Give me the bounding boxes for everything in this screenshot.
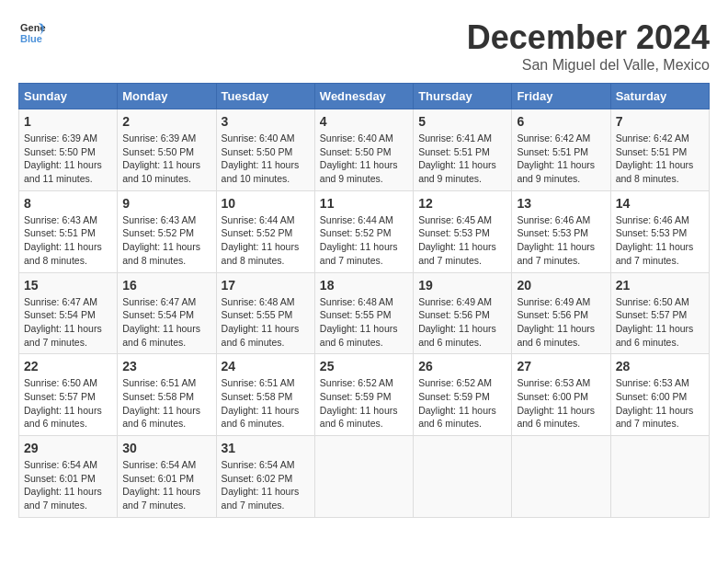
day-info: Sunrise: 6:54 AM Sunset: 6:01 PM Dayligh… [122,458,210,512]
calendar-cell: 4Sunrise: 6:40 AM Sunset: 5:50 PM Daylig… [314,109,413,191]
day-number: 30 [122,441,210,455]
calendar-cell: 26Sunrise: 6:52 AM Sunset: 5:59 PM Dayli… [414,354,512,436]
day-info: Sunrise: 6:43 AM Sunset: 5:52 PM Dayligh… [122,213,210,268]
calendar-cell: 20Sunrise: 6:49 AM Sunset: 5:56 PM Dayli… [512,272,610,354]
day-number: 1 [24,114,112,129]
calendar-cell: 12Sunrise: 6:45 AM Sunset: 5:53 PM Dayli… [414,190,512,272]
calendar-cell: 7Sunrise: 6:42 AM Sunset: 5:51 PM Daylig… [610,109,709,191]
day-number: 5 [418,114,506,129]
day-number: 15 [24,278,112,293]
day-info: Sunrise: 6:40 AM Sunset: 5:50 PM Dayligh… [222,132,310,186]
day-number: 2 [122,114,210,129]
calendar-cell: 9Sunrise: 6:43 AM Sunset: 5:52 PM Daylig… [118,190,216,272]
calendar-cell: 15Sunrise: 6:47 AM Sunset: 5:54 PM Dayli… [19,272,118,354]
calendar-cell: 30Sunrise: 6:54 AM Sunset: 6:01 PM Dayli… [118,436,216,518]
day-header: Friday [512,84,610,109]
day-number: 14 [616,196,704,211]
calendar-cell: 8Sunrise: 6:43 AM Sunset: 5:51 PM Daylig… [19,190,118,272]
day-number: 7 [616,114,704,129]
location-title: San Miguel del Valle, Mexico [467,57,710,74]
day-info: Sunrise: 6:52 AM Sunset: 5:59 PM Dayligh… [418,376,506,431]
day-number: 29 [24,441,112,455]
day-info: Sunrise: 6:50 AM Sunset: 5:57 PM Dayligh… [616,295,704,350]
calendar-cell: 1Sunrise: 6:39 AM Sunset: 5:50 PM Daylig… [19,109,118,191]
calendar-cell: 10Sunrise: 6:44 AM Sunset: 5:52 PM Dayli… [216,190,314,272]
calendar-table: SundayMondayTuesdayWednesdayThursdayFrid… [18,83,710,518]
day-number: 21 [616,278,704,293]
calendar-cell: 2Sunrise: 6:39 AM Sunset: 5:50 PM Daylig… [118,109,216,191]
title-area: December 2024 San Miguel del Valle, Mexi… [467,18,710,74]
day-number: 25 [320,359,408,373]
calendar-cell: 18Sunrise: 6:48 AM Sunset: 5:55 PM Dayli… [314,272,413,354]
day-number: 4 [320,114,408,129]
day-number: 26 [418,359,506,373]
calendar-cell: 31Sunrise: 6:54 AM Sunset: 6:02 PM Dayli… [216,436,314,518]
day-number: 22 [24,359,112,373]
day-number: 24 [222,359,310,373]
day-info: Sunrise: 6:51 AM Sunset: 5:58 PM Dayligh… [222,376,310,431]
calendar-cell: 28Sunrise: 6:53 AM Sunset: 6:00 PM Dayli… [610,354,709,436]
day-number: 3 [222,114,310,129]
day-info: Sunrise: 6:41 AM Sunset: 5:51 PM Dayligh… [418,132,506,186]
calendar-cell: 22Sunrise: 6:50 AM Sunset: 5:57 PM Dayli… [19,354,118,436]
day-header: Wednesday [314,84,413,109]
day-number: 20 [517,278,605,293]
day-number: 18 [320,278,408,293]
day-number: 10 [222,196,310,211]
calendar-cell [610,436,709,518]
calendar-cell: 14Sunrise: 6:46 AM Sunset: 5:53 PM Dayli… [610,190,709,272]
day-number: 6 [517,114,605,129]
svg-text:Blue: Blue [20,33,42,44]
calendar-cell: 6Sunrise: 6:42 AM Sunset: 5:51 PM Daylig… [512,109,610,191]
day-info: Sunrise: 6:39 AM Sunset: 5:50 PM Dayligh… [122,132,210,186]
day-header: Saturday [610,84,709,109]
calendar-cell: 21Sunrise: 6:50 AM Sunset: 5:57 PM Dayli… [610,272,709,354]
day-header: Thursday [414,84,512,109]
day-header: Tuesday [216,84,314,109]
day-number: 9 [122,196,210,211]
calendar-cell: 13Sunrise: 6:46 AM Sunset: 5:53 PM Dayli… [512,190,610,272]
calendar-cell [414,436,512,518]
day-number: 11 [320,196,408,211]
day-info: Sunrise: 6:49 AM Sunset: 5:56 PM Dayligh… [517,295,605,350]
day-header: Sunday [19,84,118,109]
day-info: Sunrise: 6:39 AM Sunset: 5:50 PM Dayligh… [24,132,112,186]
day-number: 23 [122,359,210,373]
day-number: 31 [222,441,310,455]
day-info: Sunrise: 6:48 AM Sunset: 5:55 PM Dayligh… [320,295,408,350]
day-info: Sunrise: 6:47 AM Sunset: 5:54 PM Dayligh… [122,295,210,350]
logo: General Blue [18,18,46,46]
logo-icon: General Blue [18,18,46,46]
day-info: Sunrise: 6:42 AM Sunset: 5:51 PM Dayligh… [616,132,704,186]
day-info: Sunrise: 6:52 AM Sunset: 5:59 PM Dayligh… [320,376,408,431]
day-info: Sunrise: 6:53 AM Sunset: 6:00 PM Dayligh… [616,376,704,431]
calendar-cell: 29Sunrise: 6:54 AM Sunset: 6:01 PM Dayli… [19,436,118,518]
day-info: Sunrise: 6:54 AM Sunset: 6:02 PM Dayligh… [222,458,310,512]
calendar-cell: 27Sunrise: 6:53 AM Sunset: 6:00 PM Dayli… [512,354,610,436]
day-info: Sunrise: 6:42 AM Sunset: 5:51 PM Dayligh… [517,132,605,186]
day-number: 16 [122,278,210,293]
day-info: Sunrise: 6:45 AM Sunset: 5:53 PM Dayligh… [418,213,506,268]
calendar-cell: 5Sunrise: 6:41 AM Sunset: 5:51 PM Daylig… [414,109,512,191]
day-number: 19 [418,278,506,293]
day-info: Sunrise: 6:48 AM Sunset: 5:55 PM Dayligh… [222,295,310,350]
day-info: Sunrise: 6:54 AM Sunset: 6:01 PM Dayligh… [24,458,112,512]
day-info: Sunrise: 6:44 AM Sunset: 5:52 PM Dayligh… [222,213,310,268]
day-info: Sunrise: 6:53 AM Sunset: 6:00 PM Dayligh… [517,376,605,431]
day-info: Sunrise: 6:44 AM Sunset: 5:52 PM Dayligh… [320,213,408,268]
day-number: 27 [517,359,605,373]
day-number: 28 [616,359,704,373]
calendar-cell [512,436,610,518]
calendar-cell: 17Sunrise: 6:48 AM Sunset: 5:55 PM Dayli… [216,272,314,354]
day-info: Sunrise: 6:50 AM Sunset: 5:57 PM Dayligh… [24,376,112,431]
month-title: December 2024 [467,18,710,57]
calendar-cell: 25Sunrise: 6:52 AM Sunset: 5:59 PM Dayli… [314,354,413,436]
day-info: Sunrise: 6:47 AM Sunset: 5:54 PM Dayligh… [24,295,112,350]
day-info: Sunrise: 6:43 AM Sunset: 5:51 PM Dayligh… [24,213,112,268]
day-number: 13 [517,196,605,211]
day-info: Sunrise: 6:46 AM Sunset: 5:53 PM Dayligh… [616,213,704,268]
calendar-cell: 24Sunrise: 6:51 AM Sunset: 5:58 PM Dayli… [216,354,314,436]
day-info: Sunrise: 6:49 AM Sunset: 5:56 PM Dayligh… [418,295,506,350]
day-number: 17 [222,278,310,293]
day-info: Sunrise: 6:46 AM Sunset: 5:53 PM Dayligh… [517,213,605,268]
